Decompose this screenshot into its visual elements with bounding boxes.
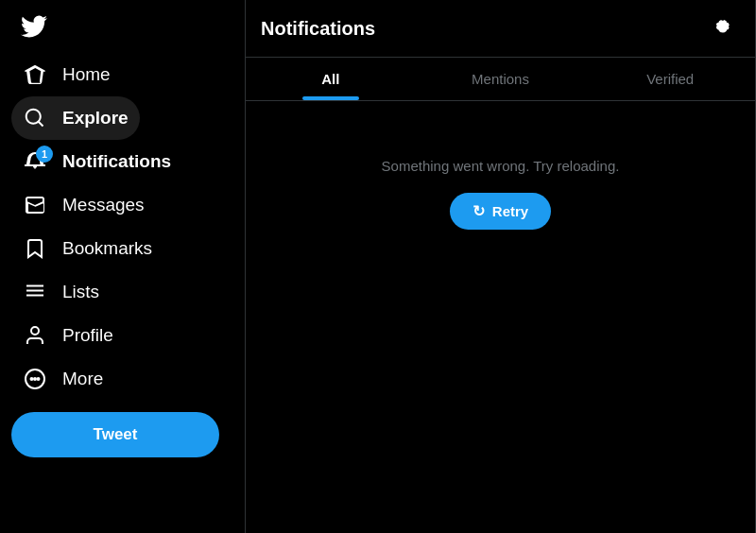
sidebar-item-notifications[interactable]: 1 Notifications xyxy=(11,140,182,183)
sidebar-item-bookmarks-label: Bookmarks xyxy=(62,238,152,259)
notifications-icon: 1 xyxy=(23,149,47,174)
home-icon xyxy=(23,62,47,87)
sidebar-item-more-label: More xyxy=(62,369,103,389)
sidebar-item-home[interactable]: Home xyxy=(11,53,122,96)
sidebar-item-more[interactable]: More xyxy=(11,357,114,401)
sidebar-item-explore-label: Explore xyxy=(62,108,129,129)
gear-icon xyxy=(713,19,732,38)
svg-point-2 xyxy=(31,378,33,380)
page-title: Notifications xyxy=(261,18,375,40)
error-area: Something went wrong. Try reloading. ↻ R… xyxy=(246,101,755,533)
sidebar-item-bookmarks[interactable]: Bookmarks xyxy=(11,227,163,270)
svg-point-0 xyxy=(31,327,39,335)
main-header: Notifications xyxy=(246,0,755,58)
main-content: Notifications All Mentions Verified Some… xyxy=(246,0,756,533)
sidebar: Home Explore 1 Notifications Messages xyxy=(0,0,246,533)
tabs-bar: All Mentions Verified xyxy=(246,58,755,101)
retry-button[interactable]: ↻ Retry xyxy=(450,193,551,230)
tweet-button[interactable]: Tweet xyxy=(11,412,219,457)
sidebar-item-messages-label: Messages xyxy=(62,195,145,215)
sidebar-item-explore[interactable]: Explore xyxy=(11,96,140,140)
tab-mentions[interactable]: Mentions xyxy=(416,58,586,100)
more-icon xyxy=(23,367,47,391)
error-message: Something went wrong. Try reloading. xyxy=(382,158,620,174)
tab-verified[interactable]: Verified xyxy=(585,58,755,100)
sidebar-item-profile[interactable]: Profile xyxy=(11,314,125,357)
tab-all[interactable]: All xyxy=(246,58,416,100)
bookmarks-icon xyxy=(23,236,47,261)
sidebar-item-home-label: Home xyxy=(62,64,111,85)
sidebar-item-lists[interactable]: Lists xyxy=(11,270,111,314)
sidebar-item-notifications-label: Notifications xyxy=(62,151,171,172)
messages-icon xyxy=(23,193,47,217)
retry-icon: ↻ xyxy=(472,202,485,220)
explore-icon xyxy=(23,106,47,130)
settings-button[interactable] xyxy=(706,11,740,45)
twitter-bird-icon xyxy=(21,13,47,40)
twitter-logo[interactable] xyxy=(11,4,57,49)
sidebar-item-lists-label: Lists xyxy=(62,282,99,302)
notification-badge: 1 xyxy=(36,146,53,163)
svg-point-4 xyxy=(38,378,40,380)
lists-icon xyxy=(23,280,47,304)
profile-icon xyxy=(23,323,47,348)
svg-point-3 xyxy=(34,378,36,380)
sidebar-item-profile-label: Profile xyxy=(62,325,113,346)
sidebar-item-messages[interactable]: Messages xyxy=(11,183,156,227)
retry-button-label: Retry xyxy=(492,203,528,219)
